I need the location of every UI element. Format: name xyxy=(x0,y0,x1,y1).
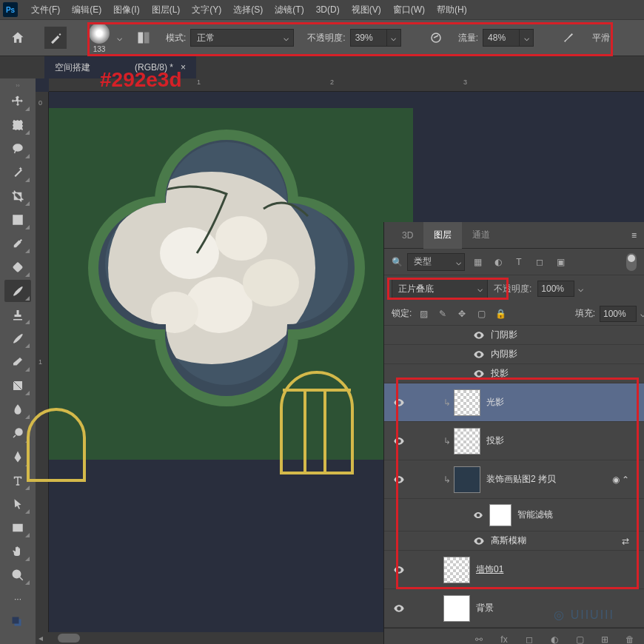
layer-effect-row[interactable]: 投影 xyxy=(384,364,644,383)
path-select-tool[interactable] xyxy=(4,493,31,515)
lock-all-icon[interactable]: 🔒 xyxy=(493,306,508,321)
adjustment-icon[interactable]: ◐ xyxy=(548,633,561,645)
fx-icon[interactable]: fx xyxy=(497,633,511,645)
layer-effect-row[interactable]: 门阴影 xyxy=(384,326,644,345)
menu-text[interactable]: 文字(Y) xyxy=(186,4,227,16)
color-swatch[interactable] xyxy=(4,611,31,634)
lock-trans-icon[interactable]: ▨ xyxy=(416,306,431,321)
filter-shape-icon[interactable]: ◻ xyxy=(531,254,548,270)
horizontal-scrollbar[interactable]: ◂ xyxy=(36,632,383,644)
visibility-icon[interactable] xyxy=(473,535,485,547)
toolbar-handle[interactable]: ›› xyxy=(3,81,33,89)
menu-edit[interactable]: 编辑(E) xyxy=(66,4,107,16)
visibility-icon[interactable] xyxy=(393,397,405,409)
layer-opacity-input[interactable]: 100% xyxy=(537,281,574,297)
lock-paint-icon[interactable]: ✎ xyxy=(435,306,450,321)
menu-file[interactable]: 文件(F) xyxy=(25,4,66,16)
layer-row[interactable]: ↳ 装饰画贴图2 拷贝 ◉ ⌃ xyxy=(384,460,644,499)
visibility-icon[interactable] xyxy=(393,564,405,576)
filter-smart-icon[interactable]: ▣ xyxy=(552,254,568,270)
layer-effect-row[interactable]: 内阴影 xyxy=(384,345,644,364)
panel-tab-3d[interactable]: 3D xyxy=(392,222,423,249)
crop-tool[interactable] xyxy=(4,185,31,207)
search-icon[interactable]: 🔍 xyxy=(392,257,403,267)
eraser-tool[interactable] xyxy=(4,351,31,373)
layer-row[interactable]: ↳ 投影 xyxy=(384,422,644,460)
zoom-tool[interactable] xyxy=(4,564,31,586)
brush-preset[interactable]: 133 xyxy=(89,23,110,53)
layer-thumbnail[interactable] xyxy=(454,466,480,493)
hand-tool[interactable] xyxy=(4,540,31,563)
visibility-icon[interactable] xyxy=(473,349,485,360)
blend-mode-select[interactable]: 正片叠底 xyxy=(392,279,488,298)
airbrush-icon[interactable] xyxy=(560,29,577,47)
opacity-input[interactable]: 39% xyxy=(350,29,387,47)
home-button[interactable] xyxy=(6,26,30,50)
menu-filter[interactable]: 滤镜(T) xyxy=(269,4,309,16)
layer-thumbnail[interactable] xyxy=(454,389,480,416)
visibility-icon[interactable] xyxy=(393,603,405,614)
stamp-tool[interactable] xyxy=(4,303,31,326)
panel-tab-layers[interactable]: 图层 xyxy=(423,222,462,249)
history-brush-tool[interactable] xyxy=(4,327,31,349)
marquee-tool[interactable] xyxy=(4,114,31,136)
filter-type-icon[interactable]: T xyxy=(511,254,527,270)
eyedropper-tool[interactable] xyxy=(4,232,31,255)
menu-select[interactable]: 选择(S) xyxy=(227,4,269,16)
link-layers-icon[interactable]: ⚯ xyxy=(472,633,486,645)
filter-mask-thumbnail[interactable] xyxy=(489,504,511,526)
panel-menu-icon[interactable]: ≡ xyxy=(631,230,637,241)
new-layer-icon[interactable]: ⊞ xyxy=(598,633,611,645)
brush-panel-icon[interactable] xyxy=(135,29,152,47)
rectangle-tool[interactable] xyxy=(4,517,31,539)
brush-dropdown-icon[interactable]: ⌵ xyxy=(114,33,124,43)
visibility-icon[interactable] xyxy=(473,329,485,341)
lock-nest-icon[interactable]: ▢ xyxy=(474,306,489,321)
visibility-icon[interactable] xyxy=(393,435,405,447)
delete-icon[interactable]: 🗑 xyxy=(623,633,637,645)
filter-blend-icon[interactable]: ⇄ xyxy=(622,536,629,546)
menu-3d[interactable]: 3D(D) xyxy=(310,4,346,15)
layer-row[interactable]: ↳ 光影 xyxy=(384,383,644,422)
menu-help[interactable]: 帮助(H) xyxy=(431,4,473,16)
magic-wand-tool[interactable] xyxy=(4,161,31,184)
healing-tool[interactable] xyxy=(4,256,31,278)
lasso-tool[interactable] xyxy=(4,138,31,160)
visibility-icon[interactable] xyxy=(473,368,485,380)
visibility-icon[interactable] xyxy=(473,510,483,520)
gradient-tool[interactable] xyxy=(4,375,31,397)
layer-smartfilter-row[interactable]: 智能滤镜 xyxy=(384,499,644,531)
layer-filter-row[interactable]: 高斯模糊 ⇄ xyxy=(384,531,644,551)
toolbar-more[interactable]: ··· xyxy=(4,588,31,610)
smartobj-indicator[interactable]: ◉ ⌃ xyxy=(612,474,629,485)
menu-window[interactable]: 窗口(W) xyxy=(387,4,431,16)
mode-select[interactable]: 正常 xyxy=(190,29,294,47)
scrollbar-thumb[interactable] xyxy=(58,634,80,643)
blur-tool[interactable] xyxy=(4,398,31,420)
filter-type-select[interactable]: 类型 xyxy=(407,253,465,271)
pressure-opacity-icon[interactable] xyxy=(427,29,445,47)
layer-row[interactable]: 墙饰01 xyxy=(384,551,644,589)
scroll-left-icon[interactable]: ◂ xyxy=(38,633,43,643)
menu-layer[interactable]: 图层(L) xyxy=(146,4,187,16)
menu-image[interactable]: 图像(I) xyxy=(107,4,145,16)
tool-preset-icon[interactable] xyxy=(44,27,67,49)
filter-toggle[interactable] xyxy=(626,253,637,271)
filter-pixel-icon[interactable]: ▦ xyxy=(469,254,486,270)
layer-thumbnail[interactable] xyxy=(454,428,480,455)
panel-tab-channels[interactable]: 通道 xyxy=(462,222,500,249)
group-icon[interactable]: ▢ xyxy=(573,633,586,645)
layer-thumbnail[interactable] xyxy=(443,557,470,583)
brush-tool[interactable] xyxy=(4,280,31,302)
mask-icon[interactable]: ◻ xyxy=(523,633,536,645)
frame-tool[interactable] xyxy=(4,209,31,231)
visibility-icon[interactable] xyxy=(393,474,405,486)
layer-thumbnail[interactable] xyxy=(443,595,470,622)
fill-input[interactable]: 100% xyxy=(600,306,637,322)
menu-view[interactable]: 视图(V) xyxy=(346,4,387,16)
lock-pos-icon[interactable]: ✥ xyxy=(455,306,469,321)
ruler-vertical[interactable]: 0 1 xyxy=(36,92,49,644)
filter-adjust-icon[interactable]: ◐ xyxy=(490,254,506,270)
move-tool[interactable] xyxy=(4,90,31,113)
canvas-image[interactable] xyxy=(49,108,413,460)
